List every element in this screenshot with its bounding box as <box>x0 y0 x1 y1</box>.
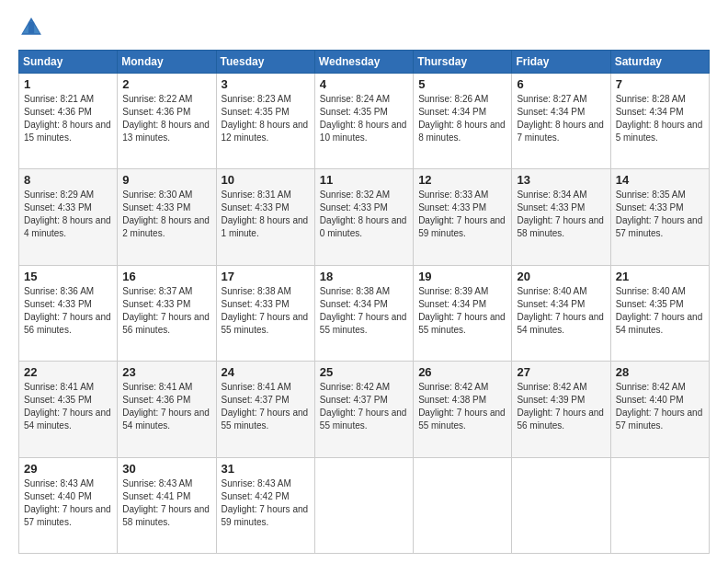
calendar-day-20: 20Sunrise: 8:40 AMSunset: 4:34 PMDayligh… <box>512 265 610 361</box>
calendar-day-12: 12Sunrise: 8:33 AMSunset: 4:33 PMDayligh… <box>414 169 512 265</box>
calendar-table: SundayMondayTuesdayWednesdayThursdayFrid… <box>18 50 710 554</box>
day-number: 20 <box>517 270 605 283</box>
day-info: Sunrise: 8:36 AMSunset: 4:33 PMDaylight:… <box>24 285 112 337</box>
empty-cell <box>610 457 709 553</box>
calendar-day-19: 19Sunrise: 8:39 AMSunset: 4:34 PMDayligh… <box>414 265 512 361</box>
calendar-day-14: 14Sunrise: 8:35 AMSunset: 4:33 PMDayligh… <box>610 169 709 265</box>
calendar-day-28: 28Sunrise: 8:42 AMSunset: 4:40 PMDayligh… <box>610 362 709 457</box>
day-number: 4 <box>320 77 408 91</box>
day-info: Sunrise: 8:31 AMSunset: 4:33 PMDaylight:… <box>222 189 310 240</box>
calendar-day-25: 25Sunrise: 8:42 AMSunset: 4:37 PMDayligh… <box>314 362 413 457</box>
calendar-day-26: 26Sunrise: 8:42 AMSunset: 4:38 PMDayligh… <box>414 362 512 457</box>
calendar-day-7: 7Sunrise: 8:28 AMSunset: 4:34 PMDaylight… <box>610 74 709 169</box>
day-info: Sunrise: 8:28 AMSunset: 4:34 PMDaylight:… <box>616 93 704 144</box>
calendar-week-3: 15Sunrise: 8:36 AMSunset: 4:33 PMDayligh… <box>19 265 710 361</box>
day-number: 22 <box>24 365 112 379</box>
day-number: 1 <box>24 77 112 91</box>
day-info: Sunrise: 8:38 AMSunset: 4:33 PMDaylight:… <box>222 285 310 337</box>
calendar-day-2: 2Sunrise: 8:22 AMSunset: 4:36 PMDaylight… <box>118 74 216 169</box>
day-number: 10 <box>222 173 310 187</box>
day-number: 25 <box>320 365 408 379</box>
day-info: Sunrise: 8:41 AMSunset: 4:35 PMDaylight:… <box>24 381 112 432</box>
calendar-day-22: 22Sunrise: 8:41 AMSunset: 4:35 PMDayligh… <box>19 362 118 457</box>
day-number: 24 <box>222 365 310 379</box>
day-info: Sunrise: 8:30 AMSunset: 4:33 PMDaylight:… <box>122 189 210 240</box>
calendar-day-8: 8Sunrise: 8:29 AMSunset: 4:33 PMDaylight… <box>19 169 118 265</box>
day-info: Sunrise: 8:40 AMSunset: 4:34 PMDaylight:… <box>517 285 605 337</box>
day-number: 13 <box>517 173 605 187</box>
day-header-monday: Monday <box>118 51 216 74</box>
calendar-day-17: 17Sunrise: 8:38 AMSunset: 4:33 PMDayligh… <box>216 265 314 361</box>
day-info: Sunrise: 8:42 AMSunset: 4:38 PMDaylight:… <box>418 381 506 432</box>
day-number: 21 <box>616 270 704 283</box>
calendar-day-10: 10Sunrise: 8:31 AMSunset: 4:33 PMDayligh… <box>216 169 314 265</box>
day-info: Sunrise: 8:39 AMSunset: 4:34 PMDaylight:… <box>418 285 506 337</box>
day-info: Sunrise: 8:21 AMSunset: 4:36 PMDaylight:… <box>24 93 112 144</box>
day-number: 7 <box>616 77 704 91</box>
day-header-friday: Friday <box>512 51 610 74</box>
day-number: 27 <box>517 365 605 379</box>
calendar-day-9: 9Sunrise: 8:30 AMSunset: 4:33 PMDaylight… <box>118 169 216 265</box>
day-number: 23 <box>122 365 210 379</box>
calendar-week-1: 1Sunrise: 8:21 AMSunset: 4:36 PMDaylight… <box>19 74 710 169</box>
day-info: Sunrise: 8:38 AMSunset: 4:34 PMDaylight:… <box>320 285 408 337</box>
calendar-day-18: 18Sunrise: 8:38 AMSunset: 4:34 PMDayligh… <box>314 265 413 361</box>
day-number: 29 <box>24 462 112 476</box>
day-info: Sunrise: 8:22 AMSunset: 4:36 PMDaylight:… <box>122 93 210 144</box>
page: SundayMondayTuesdayWednesdayThursdayFrid… <box>0 0 728 563</box>
day-number: 12 <box>418 173 506 187</box>
day-number: 26 <box>418 365 506 379</box>
calendar-day-29: 29Sunrise: 8:43 AMSunset: 4:40 PMDayligh… <box>19 457 118 553</box>
day-info: Sunrise: 8:43 AMSunset: 4:42 PMDaylight:… <box>222 477 310 529</box>
calendar-day-1: 1Sunrise: 8:21 AMSunset: 4:36 PMDaylight… <box>19 74 118 169</box>
empty-cell <box>414 457 512 553</box>
day-info: Sunrise: 8:43 AMSunset: 4:41 PMDaylight:… <box>122 477 210 529</box>
calendar-day-5: 5Sunrise: 8:26 AMSunset: 4:34 PMDaylight… <box>414 74 512 169</box>
day-info: Sunrise: 8:43 AMSunset: 4:40 PMDaylight:… <box>24 477 112 529</box>
day-info: Sunrise: 8:34 AMSunset: 4:33 PMDaylight:… <box>517 189 605 240</box>
day-info: Sunrise: 8:40 AMSunset: 4:35 PMDaylight:… <box>616 285 704 337</box>
calendar-day-4: 4Sunrise: 8:24 AMSunset: 4:35 PMDaylight… <box>314 74 413 169</box>
calendar-day-11: 11Sunrise: 8:32 AMSunset: 4:33 PMDayligh… <box>314 169 413 265</box>
day-number: 9 <box>122 173 210 187</box>
calendar-day-13: 13Sunrise: 8:34 AMSunset: 4:33 PMDayligh… <box>512 169 610 265</box>
calendar-header-row: SundayMondayTuesdayWednesdayThursdayFrid… <box>19 51 710 74</box>
day-number: 17 <box>222 270 310 283</box>
day-info: Sunrise: 8:37 AMSunset: 4:33 PMDaylight:… <box>122 285 210 337</box>
svg-rect-2 <box>28 22 34 33</box>
calendar-day-21: 21Sunrise: 8:40 AMSunset: 4:35 PMDayligh… <box>610 265 709 361</box>
day-info: Sunrise: 8:32 AMSunset: 4:33 PMDaylight:… <box>320 189 408 240</box>
day-number: 6 <box>517 77 605 91</box>
day-number: 30 <box>122 462 210 476</box>
day-info: Sunrise: 8:35 AMSunset: 4:33 PMDaylight:… <box>616 189 704 240</box>
day-info: Sunrise: 8:27 AMSunset: 4:34 PMDaylight:… <box>517 93 605 144</box>
day-number: 16 <box>122 270 210 283</box>
calendar-day-3: 3Sunrise: 8:23 AMSunset: 4:35 PMDaylight… <box>216 74 314 169</box>
day-info: Sunrise: 8:29 AMSunset: 4:33 PMDaylight:… <box>24 189 112 240</box>
day-number: 28 <box>616 365 704 379</box>
day-header-tuesday: Tuesday <box>216 51 314 74</box>
logo-icon <box>18 15 44 40</box>
empty-cell <box>314 457 413 553</box>
day-number: 18 <box>320 270 408 283</box>
day-info: Sunrise: 8:26 AMSunset: 4:34 PMDaylight:… <box>418 93 506 144</box>
calendar-week-4: 22Sunrise: 8:41 AMSunset: 4:35 PMDayligh… <box>19 362 710 457</box>
day-info: Sunrise: 8:33 AMSunset: 4:33 PMDaylight:… <box>418 189 506 240</box>
calendar-day-6: 6Sunrise: 8:27 AMSunset: 4:34 PMDaylight… <box>512 74 610 169</box>
calendar-week-5: 29Sunrise: 8:43 AMSunset: 4:40 PMDayligh… <box>19 457 710 553</box>
day-number: 15 <box>24 270 112 283</box>
day-number: 14 <box>616 173 704 187</box>
day-info: Sunrise: 8:41 AMSunset: 4:37 PMDaylight:… <box>222 381 310 432</box>
day-info: Sunrise: 8:41 AMSunset: 4:36 PMDaylight:… <box>122 381 210 432</box>
empty-cell <box>512 457 610 553</box>
day-info: Sunrise: 8:42 AMSunset: 4:40 PMDaylight:… <box>616 381 704 432</box>
calendar-day-16: 16Sunrise: 8:37 AMSunset: 4:33 PMDayligh… <box>118 265 216 361</box>
day-header-saturday: Saturday <box>610 51 709 74</box>
day-info: Sunrise: 8:24 AMSunset: 4:35 PMDaylight:… <box>320 93 408 144</box>
calendar-day-27: 27Sunrise: 8:42 AMSunset: 4:39 PMDayligh… <box>512 362 610 457</box>
day-number: 5 <box>418 77 506 91</box>
calendar-day-15: 15Sunrise: 8:36 AMSunset: 4:33 PMDayligh… <box>19 265 118 361</box>
calendar-day-31: 31Sunrise: 8:43 AMSunset: 4:42 PMDayligh… <box>216 457 314 553</box>
day-number: 8 <box>24 173 112 187</box>
day-info: Sunrise: 8:42 AMSunset: 4:39 PMDaylight:… <box>517 381 605 432</box>
